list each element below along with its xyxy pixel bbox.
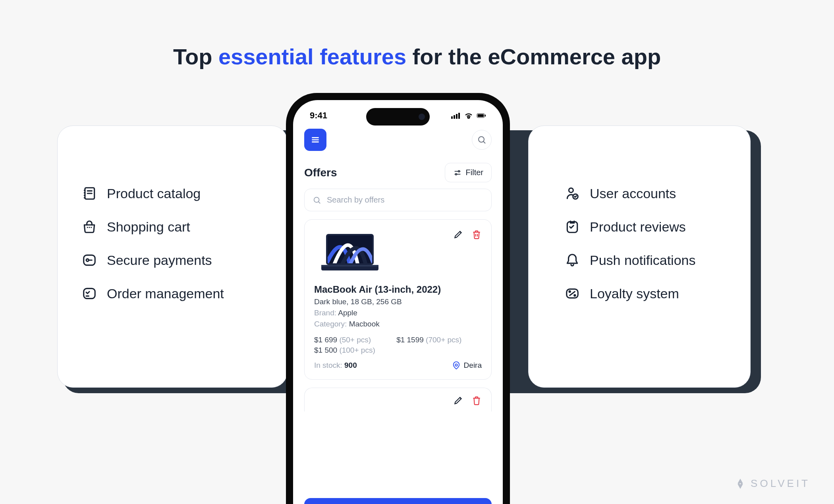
watermark: SOLVEIT xyxy=(735,477,810,490)
feature-product-catalog: Product catalog xyxy=(81,185,263,201)
svg-rect-11 xyxy=(454,115,455,119)
svg-rect-10 xyxy=(451,116,453,119)
order-icon xyxy=(81,286,97,301)
location-icon xyxy=(452,361,461,370)
search-placeholder: Search by offers xyxy=(327,195,384,205)
filter-button[interactable]: Filter xyxy=(445,163,492,182)
catalog-icon xyxy=(81,185,97,201)
price-row: $1 699 (50+ pcs) $1 1599 (700+ pcs) xyxy=(314,336,482,344)
feature-label: Order management xyxy=(107,286,224,301)
search-input[interactable]: Search by offers xyxy=(304,189,492,211)
secure-icon xyxy=(81,252,97,268)
features-right-panel: User accounts Product reviews Push notif… xyxy=(528,126,751,388)
phone-mockup: 9:41 JABAL Cargo & Logistics xyxy=(286,93,510,504)
feature-label: Secure payments xyxy=(107,253,212,268)
svg-point-9 xyxy=(574,295,575,296)
page-title: Top essential features for the eCommerce… xyxy=(0,0,834,70)
price-tier: $1 500 (100+ pcs) xyxy=(314,346,375,355)
status-icons xyxy=(451,112,486,119)
svg-rect-3 xyxy=(84,288,95,298)
offer-card-peek xyxy=(304,388,492,411)
user-icon xyxy=(564,185,580,201)
delete-button[interactable] xyxy=(471,229,482,241)
feature-order-management: Order management xyxy=(81,286,263,301)
svg-rect-15 xyxy=(478,114,484,117)
loyalty-icon xyxy=(564,286,580,301)
edit-button[interactable] xyxy=(453,229,463,241)
battery-icon xyxy=(477,112,486,119)
trash-icon xyxy=(471,395,482,406)
add-offer-button[interactable]: Add offer xyxy=(304,498,492,504)
trash-icon xyxy=(471,229,482,239)
feature-label: Loyalty system xyxy=(590,286,679,301)
search-icon xyxy=(313,196,321,205)
delete-button[interactable] xyxy=(471,395,482,411)
hamburger-icon xyxy=(310,135,320,145)
edit-button[interactable] xyxy=(453,395,463,411)
search-icon xyxy=(477,135,486,145)
location-info: Deira xyxy=(452,361,482,370)
section-title: Offers xyxy=(304,166,337,179)
product-image xyxy=(314,229,386,277)
feature-label: Product reviews xyxy=(590,219,686,235)
svg-point-20 xyxy=(458,170,459,172)
pencil-icon xyxy=(453,229,463,239)
menu-button[interactable] xyxy=(304,129,326,151)
feature-label: User accounts xyxy=(590,186,676,201)
feature-product-reviews: Product reviews xyxy=(564,219,726,235)
bell-icon xyxy=(564,252,580,268)
price-tier: $1 1599 (700+ pcs) xyxy=(396,336,461,344)
wifi-icon xyxy=(464,112,473,119)
status-time: 9:41 xyxy=(310,110,327,121)
product-brand: Brand: Apple xyxy=(314,309,482,317)
pencil-icon xyxy=(453,395,463,406)
product-title: MacBook Air (13-inch, 2022) xyxy=(314,284,482,295)
svg-point-19 xyxy=(479,137,484,142)
svg-point-22 xyxy=(314,197,319,202)
feature-label: Product catalog xyxy=(107,186,201,201)
feature-user-accounts: User accounts xyxy=(564,185,726,201)
price-tier: $1 699 (50+ pcs) xyxy=(314,336,371,344)
feature-label: Shopping cart xyxy=(107,219,190,235)
feature-shopping-cart: Shopping cart xyxy=(81,219,263,235)
signal-icon xyxy=(451,112,461,119)
svg-point-4 xyxy=(569,188,573,193)
feature-label: Push notifications xyxy=(590,253,696,268)
offer-card[interactable]: MacBook Air (13-inch, 2022) Dark blue, 1… xyxy=(304,219,492,380)
features-left-panel: Product catalog Shopping cart Secure pay… xyxy=(57,126,288,388)
svg-rect-13 xyxy=(458,113,460,119)
laptop-icon xyxy=(314,229,386,277)
svg-point-28 xyxy=(455,364,458,366)
solveit-logo-icon xyxy=(735,478,746,489)
svg-point-8 xyxy=(569,291,570,292)
feature-secure-payments: Secure payments xyxy=(81,252,263,268)
section-header: Offers Filter xyxy=(293,158,503,189)
review-icon xyxy=(564,219,580,235)
app-bar: JABAL Cargo & Logistics xyxy=(293,125,503,158)
svg-point-21 xyxy=(455,173,457,175)
product-spec: Dark blue, 18 GB, 256 GB xyxy=(314,297,482,306)
svg-rect-27 xyxy=(321,265,378,266)
phone-notch xyxy=(366,108,430,126)
filter-icon xyxy=(453,168,462,177)
svg-rect-12 xyxy=(456,114,458,119)
feature-push-notifications: Push notifications xyxy=(564,252,726,268)
stock-info: In stock: 900 xyxy=(314,361,357,370)
search-button[interactable] xyxy=(472,130,492,150)
svg-rect-16 xyxy=(485,114,486,116)
product-category: Category: Macbook xyxy=(314,320,482,328)
cart-icon xyxy=(81,219,97,235)
feature-loyalty-system: Loyalty system xyxy=(564,286,726,301)
